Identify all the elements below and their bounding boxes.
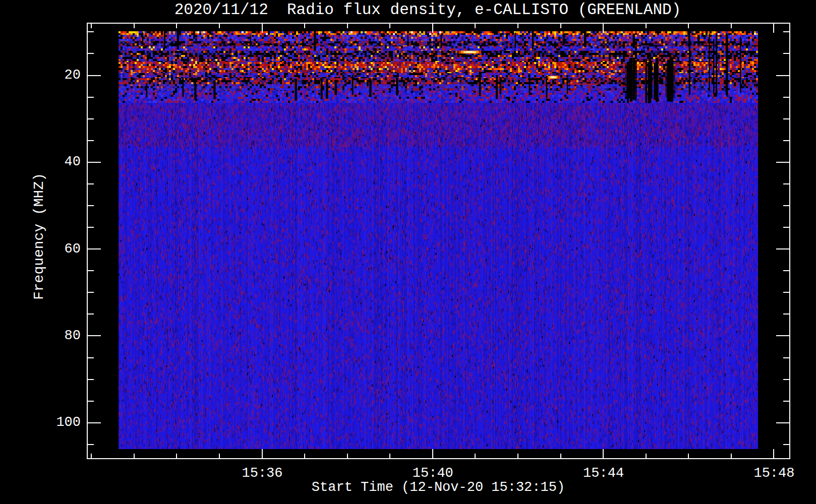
x-axis-major-tick (262, 24, 263, 33)
y-axis-minor-tick (88, 313, 94, 314)
y-axis-minor-tick (88, 31, 94, 32)
y-axis-minor-tick (88, 357, 94, 358)
y-axis-minor-tick (783, 97, 789, 98)
y-axis-minor-tick (783, 379, 789, 380)
x-axis-minor-tick (347, 24, 348, 28)
x-axis-major-tick (432, 449, 433, 458)
y-axis-minor-tick (88, 227, 94, 228)
y-axis-minor-tick (88, 183, 94, 184)
x-axis-minor-tick (646, 24, 647, 28)
y-axis-minor-tick (783, 401, 789, 402)
x-axis-major-tick (432, 24, 433, 33)
y-axis-minor-tick (783, 118, 789, 119)
y-tick-label: 80 (30, 328, 81, 343)
y-axis-major-tick (88, 162, 101, 163)
x-axis-minor-tick (389, 24, 390, 28)
spectrogram-page: 2020/11/12 Radio flux density, e-CALLIST… (0, 0, 816, 504)
y-axis-title: Frequency (MHZ) (31, 173, 47, 300)
y-tick-label: 40 (30, 154, 81, 169)
x-axis-minor-tick (646, 454, 647, 458)
x-axis-minor-tick (219, 24, 220, 28)
y-axis-major-tick (776, 248, 789, 249)
x-axis-minor-tick (517, 24, 518, 28)
x-axis-minor-tick (176, 454, 177, 458)
y-axis-minor-tick (783, 53, 789, 54)
y-axis-major-tick (776, 422, 789, 423)
x-axis-major-tick (773, 449, 774, 458)
y-axis-minor-tick (88, 401, 94, 402)
x-axis-minor-tick (731, 24, 732, 28)
y-axis-minor-tick (88, 444, 94, 445)
x-axis-minor-tick (560, 454, 561, 458)
x-axis-minor-tick (560, 24, 561, 28)
y-axis-minor-tick (783, 183, 789, 184)
x-axis-minor-tick (176, 24, 177, 28)
x-axis-minor-tick (688, 24, 689, 28)
x-axis-major-tick (262, 449, 263, 458)
y-axis-major-tick (776, 335, 789, 336)
y-axis-minor-tick (88, 118, 94, 119)
x-axis-major-tick (603, 449, 604, 458)
x-axis-minor-tick (134, 454, 135, 458)
y-axis-minor-tick (88, 205, 94, 206)
y-axis-minor-tick (88, 379, 94, 380)
x-axis-minor-tick (389, 454, 390, 458)
y-axis-major-tick (88, 422, 101, 423)
x-axis-minor-tick (517, 454, 518, 458)
y-axis-minor-tick (783, 205, 789, 206)
y-axis-minor-tick (783, 31, 789, 32)
y-axis-minor-tick (88, 270, 94, 271)
y-axis-major-tick (88, 248, 101, 249)
x-axis-minor-tick (91, 454, 92, 458)
x-axis-major-tick (773, 24, 774, 33)
y-axis-minor-tick (783, 444, 789, 445)
y-axis-minor-tick (88, 53, 94, 54)
x-tick-label: 15:48 (753, 466, 794, 481)
x-axis-major-tick (603, 24, 604, 33)
y-tick-label: 20 (30, 68, 81, 83)
x-axis-title: Start Time (12-Nov-20 15:32:15) (312, 480, 565, 495)
x-axis-minor-tick (475, 24, 476, 28)
y-axis-minor-tick (783, 357, 789, 358)
x-tick-label: 15:40 (413, 466, 453, 481)
y-axis-minor-tick (783, 292, 789, 293)
y-axis-minor-tick (783, 140, 789, 141)
y-axis-major-tick (776, 75, 789, 76)
x-tick-label: 15:44 (583, 466, 624, 481)
x-axis-minor-tick (475, 454, 476, 458)
y-axis-minor-tick (783, 313, 789, 314)
x-axis-minor-tick (219, 454, 220, 458)
y-axis-minor-tick (88, 292, 94, 293)
y-axis-major-tick (88, 75, 101, 76)
y-axis-minor-tick (783, 270, 789, 271)
y-axis-major-tick (776, 162, 789, 163)
chart-title: 2020/11/12 Radio flux density, e-CALLIST… (174, 1, 681, 19)
y-axis-minor-tick (88, 97, 94, 98)
y-axis-minor-tick (88, 140, 94, 141)
plot-frame (87, 23, 790, 459)
x-axis-minor-tick (134, 24, 135, 28)
x-axis-minor-tick (731, 454, 732, 458)
y-axis-major-tick (88, 335, 101, 336)
x-tick-label: 15:36 (242, 466, 282, 481)
x-axis-minor-tick (304, 24, 305, 28)
y-axis-minor-tick (783, 227, 789, 228)
y-tick-label: 100 (30, 415, 81, 430)
x-axis-minor-tick (304, 454, 305, 458)
x-axis-minor-tick (91, 24, 92, 28)
x-axis-minor-tick (347, 454, 348, 458)
x-axis-minor-tick (688, 454, 689, 458)
